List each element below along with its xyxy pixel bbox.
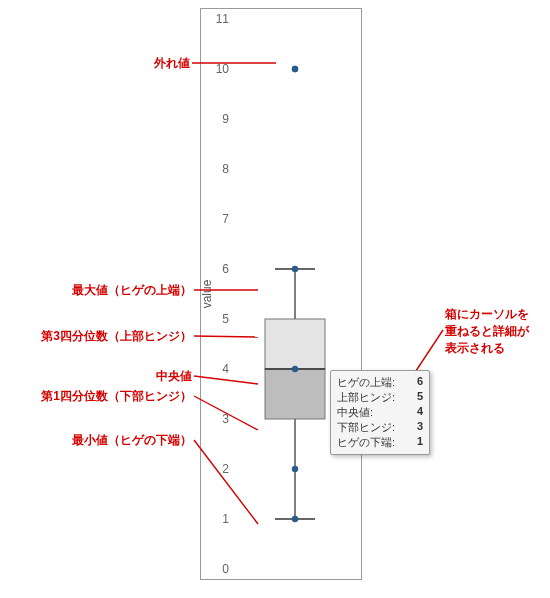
box-tooltip: ヒゲの上端:6上部ヒンジ:5中央値:4下部ヒンジ:3ヒゲの下端:1 — [330, 370, 430, 455]
annotation-outlier: 外れ値 — [130, 55, 190, 72]
tooltip-row: 中央値:4 — [337, 405, 423, 420]
y-tick-label: 8 — [222, 162, 229, 176]
y-tick-label: 2 — [222, 462, 229, 476]
y-tick-label: 3 — [222, 412, 229, 426]
data-point — [292, 466, 298, 472]
y-axis-label: value — [200, 279, 214, 308]
y-tick-label: 0 — [222, 562, 229, 576]
boxplot-chart: 01234567891011 value — [200, 8, 362, 580]
svg-rect-5 — [265, 369, 325, 419]
tooltip-row: 下部ヒンジ:3 — [337, 420, 423, 435]
annotation-tooltip-note: 箱にカーソルを 重ねると詳細が 表示される — [445, 306, 529, 356]
y-tick-label: 11 — [216, 12, 230, 26]
tooltip-row: ヒゲの上端:6 — [337, 375, 423, 390]
annotation-q3: 第3四分位数（上部ヒンジ） — [6, 328, 192, 345]
annotation-lower-whisker: 最小値（ヒゲの下端） — [42, 432, 192, 449]
data-point — [292, 516, 298, 522]
box[interactable] — [265, 269, 325, 519]
annotation-q1: 第1四分位数（下部ヒンジ） — [6, 388, 192, 405]
y-tick-label: 5 — [222, 312, 229, 326]
tooltip-row: ヒゲの下端:1 — [337, 435, 423, 450]
data-point — [292, 366, 298, 372]
y-tick-label: 9 — [222, 112, 229, 126]
y-tick-label: 1 — [222, 512, 229, 526]
y-tick-label: 7 — [222, 212, 229, 226]
svg-rect-4 — [265, 319, 325, 369]
y-tick-label: 6 — [222, 262, 229, 276]
outlier-point — [292, 66, 298, 72]
annotation-upper-whisker: 最大値（ヒゲの上端） — [42, 282, 192, 299]
data-point — [292, 266, 298, 272]
y-tick-label: 10 — [216, 62, 230, 76]
tooltip-row: 上部ヒンジ:5 — [337, 390, 423, 405]
y-tick-label: 4 — [222, 362, 229, 376]
annotation-median: 中央値 — [100, 368, 192, 385]
